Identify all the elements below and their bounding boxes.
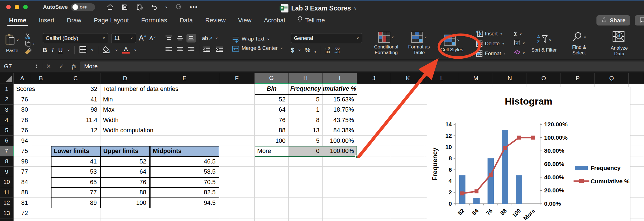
cell-H5[interactable]: 13: [289, 125, 323, 136]
cell-H7[interactable]: 0: [289, 146, 323, 157]
column-header-B[interactable]: B: [31, 73, 51, 84]
select-all-corner[interactable]: [0, 73, 14, 84]
conditional-formatting-button[interactable]: ∨ Conditional Formatting: [370, 32, 402, 55]
cell-G1[interactable]: Bin: [255, 84, 289, 95]
increase-decimal-icon[interactable]: ←0.00: [324, 46, 330, 54]
cell-C2[interactable]: 41: [51, 94, 100, 105]
cell-G2[interactable]: 52: [255, 94, 289, 105]
bold-button[interactable]: B: [43, 46, 47, 54]
cell-G6[interactable]: 100: [255, 136, 289, 146]
more-icon[interactable]: •••: [190, 3, 198, 11]
cell-H2[interactable]: 5: [289, 94, 323, 105]
cell-G7[interactable]: More: [255, 146, 271, 157]
increase-indent-icon[interactable]: [214, 45, 224, 54]
cell-C10[interactable]: 65: [51, 177, 100, 188]
cell-C11[interactable]: 77: [51, 187, 100, 198]
format-painter-icon[interactable]: [24, 48, 31, 54]
cell-C4[interactable]: 11.4: [51, 115, 100, 126]
cell-G5[interactable]: 88: [255, 125, 289, 136]
cell-styles-button[interactable]: ∨ Cell Styles: [436, 35, 468, 53]
tell-me[interactable]: Tell me: [297, 16, 325, 25]
currency-chevron-icon[interactable]: ∨: [298, 48, 301, 52]
cell-E12[interactable]: 94.5: [150, 198, 219, 209]
column-header-H[interactable]: H: [289, 73, 323, 84]
column-header-O[interactable]: O: [527, 73, 561, 84]
merge-center-button[interactable]: Merge & Center ∨: [232, 45, 283, 52]
tab-review[interactable]: Review: [205, 14, 226, 27]
align-bottom-icon[interactable]: [186, 34, 196, 42]
row-header-11[interactable]: 11: [0, 187, 14, 198]
font-color-chevron-icon[interactable]: ∨: [134, 48, 137, 52]
autosum-chevron-icon[interactable]: ∨: [520, 32, 522, 36]
bar-76[interactable]: [488, 158, 494, 204]
cell-I5[interactable]: 84.38%: [323, 125, 357, 136]
tab-page-layout[interactable]: Page Layout: [93, 14, 130, 27]
copy-chevron-icon[interactable]: ∨: [32, 42, 35, 45]
cell-A1[interactable]: Scores: [14, 84, 35, 95]
cell-I6[interactable]: 100.00%: [323, 136, 357, 146]
fill-color-icon[interactable]: [103, 46, 111, 54]
underline-chevron-icon[interactable]: ∨: [67, 48, 70, 52]
column-header-F[interactable]: F: [219, 73, 255, 84]
tab-acrobat[interactable]: Acrobat: [263, 14, 286, 27]
cell-C3[interactable]: 98: [51, 105, 100, 115]
cell-D12[interactable]: 100: [100, 198, 150, 209]
cell-E7[interactable]: Midpoints: [150, 146, 219, 157]
number-format-select[interactable]: General ∨: [291, 33, 362, 43]
cell-H4[interactable]: 8: [289, 115, 323, 126]
cell-A9[interactable]: 77: [14, 167, 31, 177]
column-header-G[interactable]: G: [255, 73, 289, 84]
cell-A5[interactable]: 76: [14, 125, 31, 136]
cell-E9[interactable]: 58.5: [150, 167, 219, 177]
cell-D7[interactable]: Upper limits: [100, 146, 150, 157]
cell-D11[interactable]: 88: [100, 187, 150, 198]
column-header-P[interactable]: P: [561, 73, 595, 84]
row-header-10[interactable]: 10: [0, 177, 14, 188]
align-right-icon[interactable]: [186, 45, 196, 54]
row-header-6[interactable]: 6: [0, 136, 14, 146]
cell-C12[interactable]: 89: [51, 198, 100, 209]
format-as-table-button[interactable]: ∨ Format as Table: [403, 32, 435, 55]
sort-filter-button[interactable]: AZ ∨ Sort & Filter: [528, 34, 560, 53]
cell-E10[interactable]: 70.5: [150, 177, 219, 188]
borders-icon[interactable]: [79, 46, 87, 54]
row-header-2[interactable]: 2: [0, 94, 14, 105]
save-as-icon[interactable]: [136, 3, 143, 11]
bar-64[interactable]: [473, 198, 480, 204]
column-header-D[interactable]: D: [100, 73, 150, 84]
font-size-select[interactable]: 11 ∨: [111, 33, 136, 43]
fill-color-chevron-icon[interactable]: ∨: [115, 48, 118, 52]
cell-C7[interactable]: Lower limits: [51, 146, 100, 157]
row-header-13[interactable]: 13: [0, 208, 14, 218]
tab-view[interactable]: View: [237, 14, 252, 27]
underline-button[interactable]: U: [58, 46, 63, 54]
column-header-E[interactable]: E: [150, 73, 219, 84]
cell-I1[interactable]: Cumulative %: [323, 84, 357, 95]
row-header-12[interactable]: 12: [0, 198, 14, 208]
row-header-14[interactable]: 14: [0, 218, 14, 221]
save-icon[interactable]: [121, 3, 128, 11]
undo-icon[interactable]: [151, 3, 158, 11]
percent-format-icon[interactable]: %: [305, 46, 310, 54]
borders-chevron-icon[interactable]: ∨: [91, 48, 94, 52]
cell-D9[interactable]: 64: [100, 167, 150, 177]
cell-G4[interactable]: 76: [255, 115, 289, 126]
comments-button[interactable]: C: [635, 15, 644, 26]
column-header-K[interactable]: K: [391, 73, 425, 84]
row-header-9[interactable]: 9: [0, 167, 14, 177]
row-header-7[interactable]: 7: [0, 146, 14, 156]
column-header-Q[interactable]: Q: [595, 73, 629, 84]
formula-input[interactable]: More: [80, 61, 644, 71]
cell-A3[interactable]: 80: [14, 105, 31, 115]
italic-button[interactable]: I: [51, 46, 53, 54]
zoom-icon[interactable]: [23, 5, 28, 9]
cell-C1[interactable]: 32: [51, 84, 100, 95]
orientation-chevron-icon[interactable]: ∨: [215, 37, 218, 40]
cell-D3[interactable]: Max: [100, 105, 115, 115]
fill-down-icon[interactable]: [514, 39, 521, 47]
align-left-icon[interactable]: [164, 45, 173, 54]
column-header-M[interactable]: M: [459, 73, 493, 84]
cell-C5[interactable]: 12: [51, 125, 100, 136]
cell-D4[interactable]: Width: [100, 115, 119, 126]
cell-C9[interactable]: 53: [51, 167, 100, 177]
